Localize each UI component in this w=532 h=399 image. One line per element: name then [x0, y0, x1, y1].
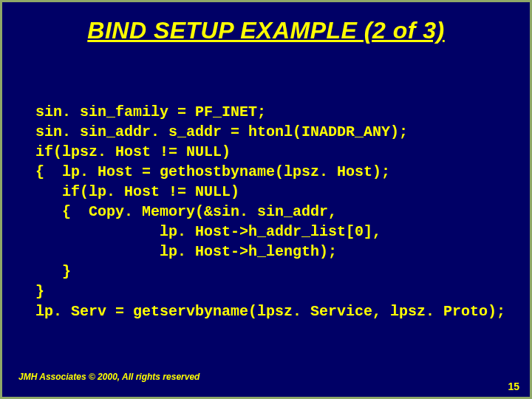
slide: BIND SETUP EXAMPLE (2 of 3) sin. sin_fam… — [0, 0, 532, 399]
footer-text: JMH Associates © 2000, All rights reserv… — [18, 372, 200, 382]
page-number: 15 — [508, 381, 519, 392]
code-block: sin. sin_family = PF_INET; sin. sin_addr… — [35, 102, 508, 321]
slide-title: BIND SETUP EXAMPLE (2 of 3) — [2, 17, 530, 44]
